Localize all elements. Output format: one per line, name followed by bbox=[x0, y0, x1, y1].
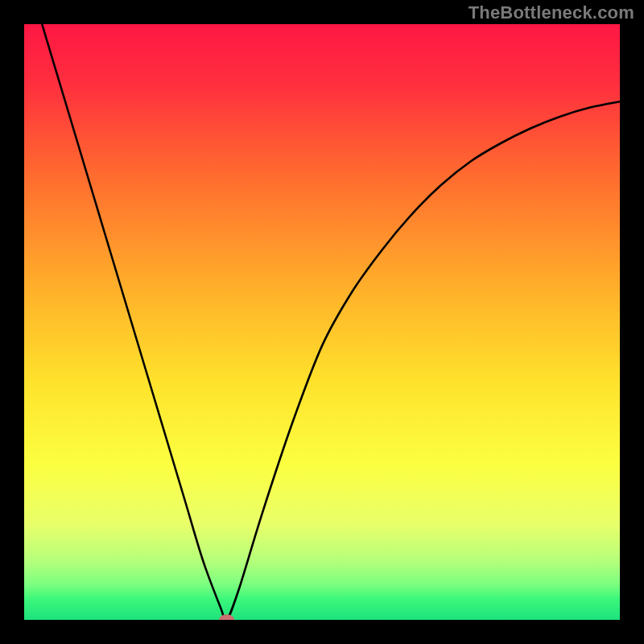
chart-plot bbox=[24, 24, 620, 620]
chart-frame: TheBottleneck.com bbox=[0, 0, 644, 644]
gradient-background bbox=[24, 24, 620, 620]
watermark-text: TheBottleneck.com bbox=[469, 2, 634, 23]
